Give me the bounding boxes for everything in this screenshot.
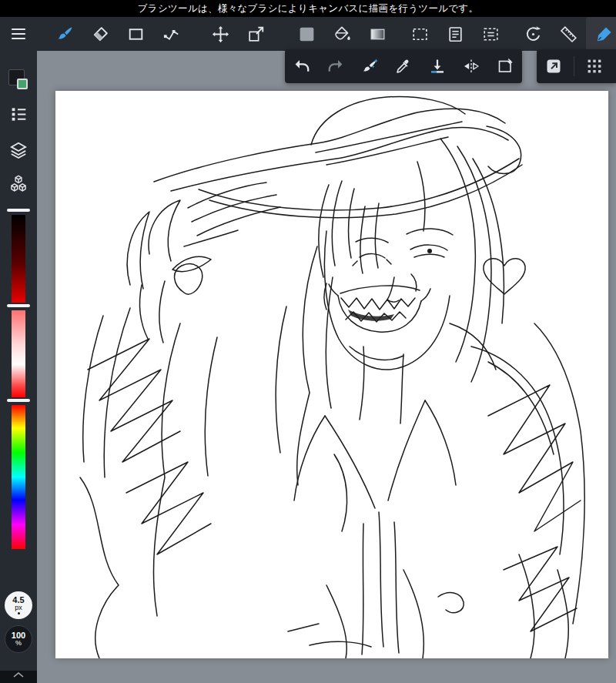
open-in-window-button[interactable]	[537, 49, 571, 83]
main-toolbar	[0, 17, 616, 51]
hamburger-icon	[9, 25, 28, 43]
menu-button[interactable]	[0, 17, 37, 51]
polyline-icon	[162, 25, 181, 44]
flip-horizontal-button[interactable]	[454, 49, 488, 83]
marquee-select-icon	[410, 25, 430, 44]
gradient-icon	[368, 25, 387, 44]
transform-tool-button[interactable]	[238, 17, 273, 51]
color-swatch-button[interactable]	[289, 17, 324, 51]
undo-button[interactable]	[285, 49, 319, 83]
clear-layer-icon	[496, 57, 514, 75]
save-icon	[428, 57, 447, 75]
ruler-tool-button[interactable]	[551, 17, 586, 51]
rectangle-icon	[126, 25, 146, 44]
zoom-indicator[interactable]: 100 %	[5, 625, 32, 653]
tint-slider[interactable]	[12, 310, 25, 397]
save-button[interactable]	[420, 49, 454, 83]
notification-text: ブラシツールは、様々なブラシによりキャンバスに描画を行うツールです。	[138, 2, 479, 15]
redo-icon	[326, 57, 345, 75]
brush-size-preview-dot	[18, 612, 20, 614]
brush-icon	[55, 25, 75, 44]
transform-icon	[246, 25, 266, 44]
color-chip[interactable]	[8, 69, 30, 91]
notification-bar: ブラシツールは、様々なブラシによりキャンバスに描画を行うツールです。	[0, 0, 616, 17]
left-sidebar: 4.5 px 100 %	[0, 51, 37, 683]
document-icon	[446, 25, 465, 44]
brush-size-indicator[interactable]: 4.5 px	[5, 591, 32, 619]
pen-tool-button[interactable]	[586, 17, 616, 51]
marquee-select-tool-button[interactable]	[402, 17, 437, 51]
toolbar-drag-handle[interactable]	[578, 49, 611, 83]
materials-button[interactable]	[0, 174, 37, 194]
drag-handle-icon	[585, 57, 604, 75]
zoom-unit: %	[15, 640, 22, 647]
layers-button[interactable]	[0, 140, 37, 160]
rotate-icon	[524, 25, 543, 44]
brush-effects-button[interactable]	[353, 49, 387, 83]
flip-horizontal-icon	[462, 57, 480, 75]
brush-tool-button[interactable]	[47, 17, 82, 51]
brush-effects-icon	[360, 57, 380, 76]
shade-slider[interactable]	[12, 215, 25, 303]
quick-toolbar	[285, 49, 522, 83]
rectangle-tool-button[interactable]	[118, 17, 153, 51]
rotate-canvas-button[interactable]	[515, 17, 551, 51]
select-options-button[interactable]	[473, 17, 508, 51]
clear-layer-button[interactable]	[488, 49, 522, 83]
gradient-tool-button[interactable]	[360, 17, 395, 51]
fill-bucket-tool-button[interactable]	[324, 17, 360, 51]
eraser-icon	[91, 25, 110, 44]
secondary-color-swatch[interactable]	[17, 79, 28, 89]
tint-slider-handle[interactable]	[7, 304, 30, 307]
polyline-tool-button[interactable]	[153, 17, 189, 51]
hue-slider[interactable]	[12, 405, 25, 549]
quick-toolbar-extra	[537, 49, 616, 83]
move-icon	[211, 25, 230, 44]
pen-icon	[594, 25, 614, 44]
eraser-tool-button[interactable]	[82, 17, 118, 51]
eyedropper-button[interactable]	[387, 49, 420, 83]
paint-bucket-icon	[333, 25, 352, 44]
eyedropper-icon	[394, 57, 413, 75]
brush-size-unit: px	[15, 604, 22, 611]
brush-list-icon	[9, 105, 28, 124]
canvas[interactable]	[55, 91, 608, 658]
ruler-icon	[559, 25, 578, 44]
redo-button[interactable]	[319, 49, 353, 83]
brush-list-button[interactable]	[0, 105, 37, 124]
layer-document-button[interactable]	[437, 17, 473, 51]
shade-slider-handle[interactable]	[7, 209, 30, 212]
layers-icon	[8, 140, 28, 160]
toolbar-divider	[574, 56, 574, 76]
gray-swatch-icon	[297, 25, 316, 44]
hue-slider-handle[interactable]	[7, 399, 30, 402]
chevron-up-icon	[12, 671, 25, 678]
canvas-sketch	[55, 91, 608, 658]
open-in-window-icon	[544, 57, 563, 75]
sidebar-bottom-bar[interactable]	[0, 671, 37, 683]
undo-icon	[293, 57, 311, 75]
move-tool-button[interactable]	[203, 17, 238, 51]
materials-cubes-icon	[8, 174, 28, 194]
select-options-icon	[481, 25, 500, 44]
